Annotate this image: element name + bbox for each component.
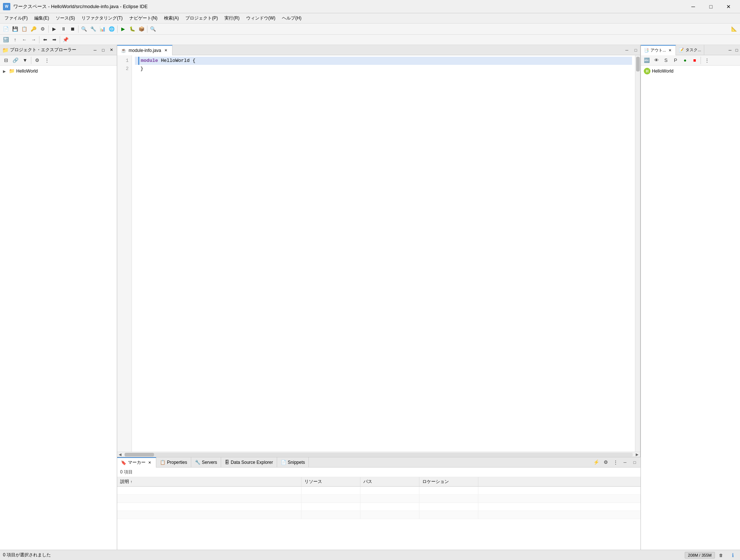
toolbar-btn-12[interactable]: 🌐 bbox=[107, 25, 116, 34]
toolbar-btn-6[interactable]: ▶ bbox=[50, 25, 59, 34]
collapse-all-button[interactable]: ⊟ bbox=[1, 56, 10, 65]
project-explorer-panel: 📁 プロジェクト・エクスプローラー ─ □ ✕ ⊟ 🔗 ▼ ⚙ ⋮ ▶ 📁 He… bbox=[0, 45, 117, 560]
toolbar2-btn-5[interactable]: ⬅ bbox=[41, 35, 49, 44]
tab-servers[interactable]: 🔧 Servers bbox=[191, 457, 221, 468]
toolbar2-btn-7[interactable]: 📌 bbox=[61, 35, 70, 44]
filter-button[interactable]: ⚡ bbox=[592, 458, 601, 467]
editor-tab-close-btn[interactable]: ✕ bbox=[163, 48, 168, 53]
right-panel-maximize[interactable]: □ bbox=[733, 47, 740, 53]
bottom-minimize-btn[interactable]: ─ bbox=[621, 458, 629, 467]
editor-maximize[interactable]: □ bbox=[631, 46, 640, 55]
toolbar-btn-15[interactable]: 📦 bbox=[137, 25, 146, 34]
table-row bbox=[117, 503, 640, 511]
bottom-settings-btn[interactable]: ⚙ bbox=[601, 458, 610, 467]
outline-hide-static-btn[interactable]: S bbox=[662, 56, 670, 65]
toolbar2-btn-3[interactable]: ← bbox=[20, 35, 29, 44]
editor-tab-module-info[interactable]: ☕ module-info.java ✕ bbox=[117, 45, 172, 55]
gc-button[interactable]: 🗑 bbox=[716, 551, 725, 560]
menu-project[interactable]: プロジェクト(P) bbox=[182, 14, 221, 22]
scroll-left-arrow[interactable]: ◀ bbox=[117, 452, 123, 456]
outline-stop-btn[interactable]: ■ bbox=[690, 56, 699, 65]
project-explorer-minimize[interactable]: ─ bbox=[92, 47, 98, 53]
tab-snippets[interactable]: 📄 Snippets bbox=[277, 457, 309, 468]
project-explorer-maximize[interactable]: □ bbox=[100, 47, 107, 53]
toolbar-btn-3[interactable]: 📋 bbox=[20, 25, 29, 34]
cell-path-3 bbox=[360, 503, 419, 511]
cell-loc-3 bbox=[419, 503, 478, 511]
editor-vscrollbar[interactable] bbox=[635, 55, 640, 452]
menu-refactor[interactable]: リファクタリング(T) bbox=[78, 14, 125, 22]
cell-desc-3 bbox=[117, 503, 301, 511]
menu-file[interactable]: ファイル(F) bbox=[1, 14, 31, 22]
project-explorer-close[interactable]: ✕ bbox=[108, 47, 115, 53]
tab-outline[interactable]: 📑 アウト... ✕ bbox=[641, 45, 676, 55]
cell-path-1 bbox=[360, 487, 419, 494]
project-explorer-title: プロジェクト・エクスプローラー bbox=[10, 47, 90, 53]
toolbar-btn-7[interactable]: ⏸ bbox=[59, 25, 68, 34]
tab-tasks[interactable]: 📝 タスク... bbox=[676, 45, 704, 55]
toolbar2-btn-6[interactable]: ➡ bbox=[50, 35, 59, 44]
toolbar2-btn-1[interactable]: 🔙 bbox=[1, 35, 10, 44]
status-info-btn[interactable]: ℹ bbox=[728, 551, 737, 560]
menu-search[interactable]: 検索(A) bbox=[161, 14, 182, 22]
menu-run[interactable]: 実行(R) bbox=[221, 14, 242, 22]
perspective-button[interactable]: 📐 bbox=[730, 25, 739, 34]
outline-hide-fields-btn[interactable]: 👁 bbox=[652, 56, 661, 65]
outline-sort-btn[interactable]: 🔤 bbox=[642, 56, 651, 65]
outline-close-btn[interactable]: ✕ bbox=[667, 48, 673, 53]
code-editor[interactable]: module HelloWorld { } bbox=[132, 55, 635, 452]
search-button[interactable]: 🔍 bbox=[149, 25, 157, 34]
bottom-more-btn[interactable]: ⋮ bbox=[611, 458, 620, 467]
tab-data-source-explorer[interactable]: 🗄 Data Source Explorer bbox=[221, 457, 277, 468]
maximize-button[interactable]: □ bbox=[702, 1, 719, 12]
toolbar-btn-9[interactable]: 🔍 bbox=[80, 25, 88, 34]
close-button[interactable]: ✕ bbox=[720, 1, 737, 12]
toolbar2-btn-4[interactable]: → bbox=[29, 35, 38, 44]
view-menu-button[interactable]: ▼ bbox=[21, 56, 29, 65]
outline-run-btn[interactable]: ● bbox=[681, 56, 690, 65]
pe-settings-button[interactable]: ⚙ bbox=[33, 56, 42, 65]
right-panel-minimize[interactable]: ─ bbox=[727, 47, 733, 53]
new-button[interactable]: 📄 bbox=[1, 25, 10, 34]
pe-more-button[interactable]: ⋮ bbox=[42, 56, 51, 65]
toolbar-btn-4[interactable]: 🔑 bbox=[29, 25, 38, 34]
bottom-maximize-btn[interactable]: □ bbox=[630, 458, 639, 467]
menu-window[interactable]: ウィンドウ(W) bbox=[243, 14, 278, 22]
toolbar-btn-2[interactable]: 💾 bbox=[11, 25, 20, 34]
debug-button[interactable]: 🐛 bbox=[128, 25, 137, 34]
editor-area: ☕ module-info.java ✕ ─ □ 1 2 module Hell… bbox=[117, 45, 640, 457]
tab-properties[interactable]: 📋 Properties bbox=[156, 457, 191, 468]
menu-bar: ファイル(F) 編集(E) ソース(S) リファクタリング(T) ナビゲート(N… bbox=[0, 13, 740, 24]
tree-item-helloworld[interactable]: ▶ 📁 HelloWorld bbox=[0, 67, 117, 75]
tasks-icon: 📝 bbox=[679, 48, 684, 52]
line-num-2: 2 bbox=[120, 65, 129, 73]
memory-indicator[interactable]: 208M / 355M bbox=[685, 552, 715, 559]
menu-navigate[interactable]: ナビゲート(N) bbox=[126, 14, 161, 22]
properties-tab-icon: 📋 bbox=[160, 460, 165, 465]
editor-hscrollbar[interactable]: ◀ ▶ bbox=[117, 452, 640, 457]
run-button[interactable]: ▶ bbox=[119, 25, 128, 34]
item-count: 0 項目 bbox=[117, 468, 640, 477]
toolbar-btn-11[interactable]: 📊 bbox=[98, 25, 107, 34]
outline-helloworld-item[interactable]: H HelloWorld bbox=[641, 67, 740, 75]
menu-source[interactable]: ソース(S) bbox=[53, 14, 78, 22]
toolbar-separator-4 bbox=[147, 25, 147, 33]
scroll-right-arrow[interactable]: ▶ bbox=[634, 452, 640, 456]
outline-more-btn[interactable]: ⋮ bbox=[702, 56, 711, 65]
menu-help[interactable]: ヘルプ(H) bbox=[279, 14, 304, 22]
tab-marker[interactable]: 🔖 マーカー ✕ bbox=[117, 457, 156, 468]
title-bar: W ワークスペース - HelloWorld/src/module-info.j… bbox=[0, 0, 740, 13]
col-header-path: パス bbox=[360, 477, 419, 486]
toolbar2-btn-2[interactable]: ↑ bbox=[11, 35, 20, 44]
outline-hide-nonpublic-btn[interactable]: P bbox=[671, 56, 680, 65]
menu-edit[interactable]: 編集(E) bbox=[31, 14, 52, 22]
link-editor-button[interactable]: 🔗 bbox=[11, 56, 20, 65]
minimize-button[interactable]: ─ bbox=[685, 1, 702, 12]
toolbar-btn-5[interactable]: ⚙ bbox=[38, 25, 47, 34]
window-controls: ─ □ ✕ bbox=[685, 1, 737, 12]
marker-tab-close[interactable]: ✕ bbox=[147, 460, 152, 465]
toolbar-btn-8[interactable]: ⏹ bbox=[68, 25, 77, 34]
toolbar-btn-10[interactable]: 🔧 bbox=[89, 25, 98, 34]
pe-sep-1 bbox=[31, 57, 31, 64]
editor-minimize[interactable]: ─ bbox=[622, 46, 631, 55]
